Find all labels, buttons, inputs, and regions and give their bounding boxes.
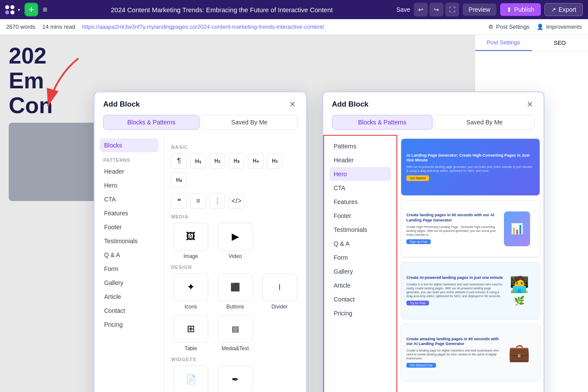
sidebar-item-form[interactable]: Form [100,262,159,276]
main-area: 202EmCon Post Settings SEO Add Block ✕ B… [0,35,588,392]
video-block-icon[interactable]: ▶ [218,223,253,251]
sidebar-item-pricing[interactable]: Pricing [100,318,159,332]
sidebar-item-contact[interactable]: Contact [100,304,159,318]
export-button[interactable]: ↗ Export [544,3,583,16]
sidebar-item-testimonials[interactable]: Testimonials [100,234,159,248]
close-dialog-left-button[interactable]: ✕ [287,99,297,110]
undo-redo-group: ↩ ↪ ⛶ [414,3,459,17]
preview-card-4-image: Create amazing landing pages in 60 secon… [401,324,540,381]
document-title: 2024 Content Marketing Trends: Embracing… [52,6,392,13]
list-icon[interactable]: ≡ [190,193,206,209]
post-settings-button[interactable]: ⚙ Post Settings [488,23,530,30]
right-dialog-body: Patterns Header Hero CTA Features Footer… [323,135,544,392]
dialog-header-right: Add Block ✕ [323,92,544,115]
preview-card-4[interactable]: Create amazing landing pages in 60 secon… [401,324,540,381]
tab-blocks-patterns-left[interactable]: Blocks & Patterns [103,115,199,130]
table-block-icon[interactable]: ⊞ [173,315,208,343]
right-sidebar-item-testimonials[interactable]: Testimonials [329,223,391,237]
sidebar-item-qa[interactable]: Q & A [100,248,159,262]
h5-icon[interactable]: H₅ [267,153,283,169]
menu-icon[interactable]: ≡ [43,5,47,14]
media-text-block-icon[interactable]: ▤ [218,315,253,343]
image-block-icon[interactable]: 🖼 [173,223,208,251]
basic-icons-row: ¶ H₁ H₂ H₃ H₄ H₅ H₆ [171,153,299,188]
subbar: 2670 words 14 mins read https://aaapa2rr… [0,19,588,35]
divider-block-label: Divider [271,304,287,310]
right-sidebar-item-hero[interactable]: Hero [329,167,391,181]
sidebar-item-hero[interactable]: Hero [100,178,159,192]
improvements-icon: 👤 [537,23,544,30]
save-button[interactable]: Save [396,6,410,13]
adsense-block-icon[interactable]: ✒ [218,365,253,392]
add-block-button[interactable] [24,3,38,17]
design-blocks-row-2: ⊞ Table ▤ Media&Text [171,315,299,352]
redo-button[interactable]: ↪ [429,3,443,17]
preview-card-2-image: Create landing pages in 60 seconds with … [401,201,540,257]
image-block: 🖼 Image [171,223,210,259]
page-url[interactable]: https://aaapa2rrk3w3nf7y.mylandingpages.… [82,23,324,30]
logo-chevron-icon[interactable]: ▾ [18,7,20,12]
sidebar-item-blocks[interactable]: Blocks [100,138,159,152]
right-sidebar-item-gallery[interactable]: Gallery [329,265,391,278]
right-dialog-preview-area: AI Landing Page Generator: Create High-C… [397,135,544,392]
table-block: ⊞ Table [171,315,210,352]
right-sidebar-item-contact[interactable]: Contact [329,292,391,306]
divider-block-icon[interactable]: ⁞ [262,273,297,301]
logo-dot-2 [10,5,14,9]
tab-saved-right[interactable]: Saved By Me [434,115,535,130]
add-block-dialog-left: Add Block ✕ Blocks & Patterns Saved By M… [94,91,307,392]
close-dialog-right-button[interactable]: ✕ [524,99,535,110]
sidebar-item-header[interactable]: Header [100,164,159,178]
paragraph-icon[interactable]: ¶ [171,153,187,169]
h6-icon[interactable]: H₆ [171,172,187,188]
undo-button[interactable]: ↩ [414,3,428,17]
html-block: 📄 HTML Code [171,365,210,392]
preview-card-2[interactable]: Create landing pages in 60 seconds with … [401,200,540,258]
upload-icon: ⬆ [507,6,512,13]
right-sidebar-item-features[interactable]: Features [329,195,391,209]
ordered-list-icon[interactable]: ⋮ [210,193,225,209]
widgets-blocks-row: 📄 HTML Code ✒ AdSense [171,365,299,392]
preview-button[interactable]: Preview [463,3,497,16]
right-sidebar-item-footer[interactable]: Footer [329,209,391,223]
media-text-block-label: Media&Text [222,345,249,352]
logo-area: ▾ [5,5,20,14]
h1-icon[interactable]: H₁ [190,153,206,169]
right-sidebar-item-form[interactable]: Form [329,251,391,265]
publish-button[interactable]: ⬆ Publish [500,3,541,16]
tab-post-settings[interactable]: Post Settings [475,35,532,51]
right-sidebar-item-patterns[interactable]: Patterns [329,139,391,153]
sidebar-item-features[interactable]: Features [100,206,159,220]
html-block-icon[interactable]: 📄 [173,365,208,392]
buttons-block-icon[interactable]: ⬛ [218,273,253,301]
code-icon[interactable]: </> [229,193,244,209]
widgets-section-label: WIDGETS [171,357,299,362]
topbar-actions: Save ↩ ↪ ⛶ Preview ⬆ Publish ↗ Export [396,3,583,17]
h2-icon[interactable]: H₂ [210,153,225,169]
sidebar-item-cta[interactable]: CTA [100,192,159,206]
right-sidebar-item-article[interactable]: Article [329,278,391,292]
video-block-label: Video [229,253,242,259]
settings-icon: ⚙ [488,23,493,30]
h4-icon[interactable]: H₄ [248,153,264,169]
right-dialog-sidebar: Patterns Header Hero CTA Features Footer… [323,135,397,392]
right-sidebar-item-header[interactable]: Header [329,153,391,167]
preview-card-3[interactable]: Create AI-powered landing pages in just … [401,262,540,319]
dialog-sidebar-left: Blocks Patterns Header Hero CTA Features… [95,135,164,392]
right-sidebar-item-qa[interactable]: Q & A [329,237,391,251]
fullscreen-button[interactable]: ⛶ [445,3,459,17]
improvements-button[interactable]: 👤 Improvements [537,23,582,30]
tab-blocks-patterns-right[interactable]: Blocks & Patterns [332,115,433,130]
icons-block-icon[interactable]: ✦ [173,273,208,301]
preview-card-1[interactable]: AI Landing Page Generator: Create High-C… [401,138,540,196]
tab-seo[interactable]: SEO [532,35,588,51]
h3-icon[interactable]: H₃ [229,153,244,169]
quote-icon[interactable]: ❝ [171,193,187,209]
sidebar-item-footer[interactable]: Footer [100,220,159,234]
sidebar-item-gallery[interactable]: Gallery [100,276,159,290]
tab-saved-left[interactable]: Saved By Me [201,115,297,130]
right-sidebar-item-pricing[interactable]: Pricing [329,306,391,320]
sidebar-item-article[interactable]: Article [100,290,159,304]
right-sidebar-item-cta[interactable]: CTA [329,181,391,195]
logo-dot-4 [10,10,14,14]
